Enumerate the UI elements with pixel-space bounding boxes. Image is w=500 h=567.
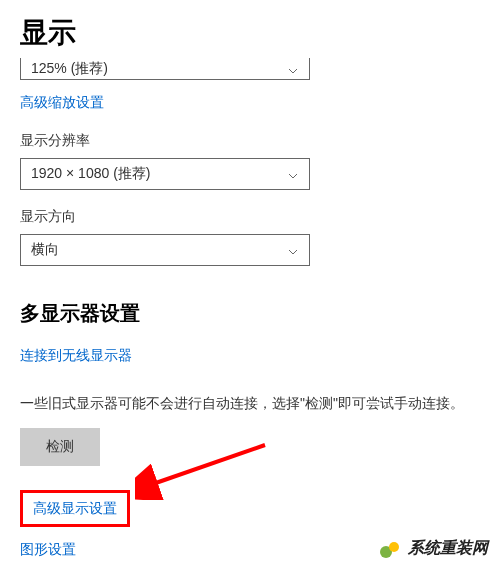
advanced-display-link[interactable]: 高级显示设置 <box>33 500 117 518</box>
highlight-annotation: 高级显示设置 <box>20 490 130 527</box>
watermark: 系统重装网 <box>378 538 488 559</box>
watermark-logo-icon <box>378 539 402 559</box>
resolution-label: 显示分辨率 <box>20 132 480 150</box>
detect-description: 一些旧式显示器可能不会进行自动连接，选择"检测"即可尝试手动连接。 <box>20 393 480 414</box>
chevron-down-icon <box>287 63 299 75</box>
svg-point-3 <box>389 542 399 552</box>
chevron-down-icon <box>287 244 299 256</box>
graphics-settings-link[interactable]: 图形设置 <box>20 541 76 559</box>
resolution-dropdown[interactable]: 1920 × 1080 (推荐) <box>20 158 310 190</box>
multi-display-title: 多显示器设置 <box>20 300 480 327</box>
scaling-dropdown[interactable]: 125% (推荐) <box>20 58 310 80</box>
watermark-text: 系统重装网 <box>408 538 488 559</box>
resolution-value: 1920 × 1080 (推荐) <box>31 165 150 183</box>
orientation-dropdown[interactable]: 横向 <box>20 234 310 266</box>
wireless-display-link[interactable]: 连接到无线显示器 <box>20 347 132 365</box>
scaling-value: 125% (推荐) <box>31 60 108 78</box>
detect-button[interactable]: 检测 <box>20 428 100 466</box>
chevron-down-icon <box>287 168 299 180</box>
orientation-label: 显示方向 <box>20 208 480 226</box>
advanced-scaling-link[interactable]: 高级缩放设置 <box>20 94 104 112</box>
orientation-value: 横向 <box>31 241 59 259</box>
page-title: 显示 <box>20 14 480 52</box>
